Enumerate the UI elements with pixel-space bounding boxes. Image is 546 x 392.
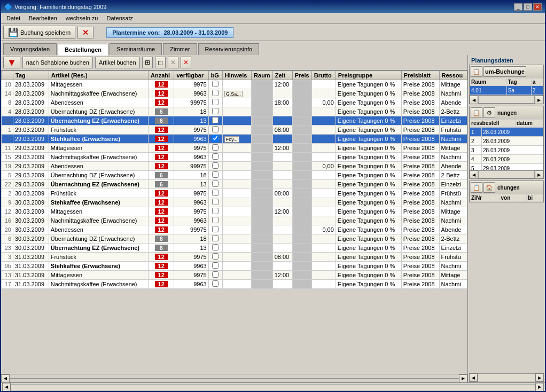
raum-tab-btn[interactable]: um-Buchunge [483, 66, 526, 77]
table-row[interactable]: 17 31.03.2009 Nachmittagskaffee (Erwachs… [2, 280, 467, 289]
tab-seminarraeume[interactable]: Seminarräume [110, 43, 162, 55]
table-row[interactable]: 20 30.03.2009 Abendessen 12 99975 0,00 E… [2, 225, 467, 234]
right-scroll-right[interactable]: ▶ [535, 373, 544, 382]
raum-scroll-left[interactable]: ◀ [470, 96, 478, 104]
table-row[interactable]: 22 29.03.2009 Übernachtung EZ (Erwachsen… [2, 180, 467, 189]
ress-table-row[interactable]: 3 28.03.2009 [470, 146, 543, 155]
close-button[interactable]: ✕ [533, 3, 542, 11]
cell-bg [208, 216, 222, 225]
table-row[interactable]: 6 30.03.2009 Übernachtung DZ (Erwachsene… [2, 234, 467, 244]
raum-scroll-right[interactable]: ▶ [535, 96, 543, 104]
cell-bg [208, 98, 222, 107]
tab-zimmer[interactable]: Zimmer [163, 43, 197, 55]
maximize-button[interactable]: □ [524, 3, 532, 11]
cell-preisgruppe: Eigene Tagungen 0 % [336, 225, 401, 234]
zimmer-settings-btn[interactable]: 🏠 [483, 182, 495, 193]
status-scroll-left[interactable]: ◀ [2, 383, 11, 391]
scroll-left-button[interactable]: ◀ [1, 374, 10, 383]
grid-add-button[interactable]: ⊞ [142, 57, 153, 68]
minimize-button[interactable]: _ [514, 3, 522, 11]
cell-ressou: Mittage [439, 80, 467, 89]
raum-icon-btn[interactable]: 📋 [471, 66, 482, 77]
status-scroll-right[interactable]: ▶ [535, 383, 544, 391]
delete-button[interactable]: ✕ [181, 57, 191, 68]
close-toolbar-button[interactable]: ✕ [77, 27, 93, 38]
cell-verfuegbar: 9963 [174, 135, 208, 144]
table-row[interactable]: 21 28.03.2009 Übernachtung EZ (Erwachsen… [2, 116, 467, 126]
zimmer-col-bi: bi [527, 194, 543, 202]
table-row[interactable]: 19 29.03.2009 Abendessen 12 99975 0,00 E… [2, 162, 467, 171]
cell-tag: 29.03.2009 [13, 153, 49, 162]
cell-raum [252, 126, 273, 135]
ress-scroll-track[interactable] [478, 170, 535, 178]
tab-bestellungen[interactable]: Bestellungen [58, 44, 108, 56]
grid-add-icon: ⊞ [145, 59, 150, 66]
table-row[interactable]: 9b 31.03.2009 Stehkaffee (Erwachsene) 12… [2, 262, 467, 271]
ress-table-scroll[interactable]: 1 28.03.2009 2 28.03.2009 3 28.03.2009 4… [470, 127, 543, 170]
menu-datei[interactable]: Datei [3, 14, 24, 22]
grid-edit-icon: ◻ [158, 59, 163, 66]
table-row[interactable]: 13 31.03.2009 Mittagessen 12 9975 12:00 … [2, 271, 467, 280]
down-arrow-button[interactable]: ▼ [3, 57, 20, 68]
table-row[interactable]: 14 28.03.2009 Nachmittagskaffee (Erwachs… [2, 89, 467, 98]
tab-bar: Vorgangsdaten Bestellungen Seminarräume … [1, 41, 545, 55]
raum-scroll-track[interactable] [478, 96, 535, 104]
table-row[interactable]: 23 30.03.2009 Übernachtung EZ (Erwachsen… [2, 244, 467, 253]
ress-icon: 📋 [473, 109, 480, 116]
artikel-button[interactable]: Artikel buchen [95, 57, 140, 68]
ress-scroll-left[interactable]: ◀ [470, 170, 478, 179]
cell-hinweis [222, 198, 251, 207]
status-scroll-track[interactable] [11, 384, 535, 390]
table-row[interactable]: 15 29.03.2009 Nachmittagskaffee (Erwachs… [2, 153, 467, 162]
right-panel: Planungsdaten 📋 um-Buchunge [467, 55, 545, 382]
cell-verfuegbar: 9975 [174, 189, 208, 198]
table-row[interactable]: 1 29.03.2009 Frühstück 12 9975 08:00 Eig… [2, 126, 467, 135]
raum-table-row[interactable]: 4.01 Sa 2 [470, 86, 543, 95]
raum-scrollbar[interactable]: ◀ ▶ [470, 95, 543, 104]
schablone-button[interactable]: nach Schablone buchen [22, 57, 93, 68]
ress-table-row[interactable]: 1 28.03.2009 [470, 128, 543, 137]
table-row[interactable]: 4 28.03.2009 Übernachtung DZ (Erwachsene… [2, 107, 467, 116]
zimmer-icon-btn[interactable]: 📋 [471, 182, 482, 193]
grid-remove-button[interactable]: ✕ [168, 57, 178, 68]
cell-zeit [272, 244, 292, 253]
table-row[interactable]: 9 30.03.2009 Stehkaffee (Erwachsene) 12 … [2, 198, 467, 207]
right-scroll-track[interactable] [478, 373, 535, 381]
ress-table-row[interactable]: 5 29.03.2009 [470, 164, 543, 170]
col-preisgruppe: Preisgruppe [336, 71, 401, 80]
tab-vorgangsdaten[interactable]: Vorgangsdaten [3, 43, 57, 55]
table-row[interactable]: 2 30.03.2009 Frühstück 12 9975 08:00 Eig… [2, 189, 467, 198]
ress-icon-btn[interactable]: 📋 [471, 107, 482, 118]
ress-table-row[interactable]: 2 28.03.2009 [470, 137, 543, 146]
cell-artikel: Nachmittagskaffee (Erwachsene) [49, 89, 148, 98]
bestellungen-table-container[interactable]: Tag Artikel (Res.) Anzahl verfügbar bG H… [1, 70, 467, 374]
table-row[interactable]: 3 31.03.2009 Frühstück 12 9975 08:00 Eig… [2, 253, 467, 262]
scroll-right-button[interactable]: ▶ [459, 374, 467, 383]
col-zeit: Zeit [272, 71, 292, 80]
scroll-track[interactable] [10, 378, 459, 379]
table-row[interactable]: 10 28.03.2009 Mittagessen 12 9975 12:00 … [2, 80, 467, 89]
save-button[interactable]: 💾 Buchung speichern [3, 26, 75, 39]
cell-ressou: Frühstü [439, 253, 467, 262]
ress-scroll-right[interactable]: ▶ [535, 170, 543, 179]
ress-table-row[interactable]: 4 28.03.2009 [470, 155, 543, 164]
horizontal-scrollbar[interactable]: ◀ ▶ [1, 374, 467, 382]
right-panel-scrollbar[interactable]: ◀ ▶ [469, 373, 544, 381]
menu-datensatz[interactable]: Datensatz [103, 14, 136, 22]
cell-preisgruppe: Eigene Tagungen 0 % [336, 253, 401, 262]
cell-hinweis [222, 253, 251, 262]
table-row[interactable]: 7 29.03.2009 Stehkaffee (Erwachsene) 12 … [2, 135, 467, 144]
table-row[interactable]: 12 30.03.2009 Mittagessen 12 9975 12:00 … [2, 207, 467, 216]
table-row[interactable]: 16 30.03.2009 Nachmittagskaffee (Erwachs… [2, 216, 467, 225]
menu-wechseln[interactable]: wechseln zu [63, 14, 102, 22]
grid-edit-button[interactable]: ◻ [155, 57, 166, 68]
menu-bearbeiten[interactable]: Bearbeiten [26, 14, 60, 22]
table-row[interactable]: 11 29.03.2009 Mittagessen 12 9975 12:00 … [2, 144, 467, 153]
ress-settings-btn[interactable]: ⚙ [483, 107, 495, 118]
ress-scrollbar[interactable]: ◀ ▶ [470, 170, 543, 178]
table-row[interactable]: 8 28.03.2009 Abendessen 12 99975 18:00 0… [2, 98, 467, 107]
cell-preis [292, 107, 311, 116]
tab-reservierungsinfo[interactable]: Reservierungsinfo [198, 43, 260, 55]
right-scroll-left[interactable]: ◀ [469, 373, 478, 382]
table-row[interactable]: 5 29.03.2009 Übernachtung DZ (Erwachsene… [2, 171, 467, 180]
